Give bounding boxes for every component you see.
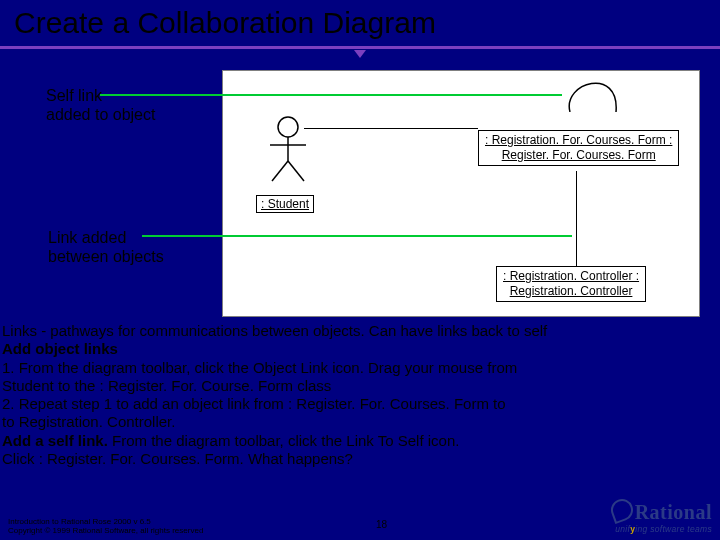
link-student-to-form xyxy=(304,128,478,153)
slide-title: Create a Collaboration Diagram xyxy=(14,6,436,40)
callout-self-link: Self link added to object xyxy=(46,86,155,124)
brand-mark-icon xyxy=(608,496,636,524)
brand-text: Rational xyxy=(635,501,712,523)
footer-line2: Copyright © 1999 Rational Software, all … xyxy=(8,526,203,536)
callout-line-2 xyxy=(142,235,572,237)
link-form-to-controller xyxy=(576,171,577,266)
step-1b: Student to the : Register. For. Course. … xyxy=(2,377,718,395)
registration-form-line2: Register. For. Courses. Form xyxy=(502,148,656,162)
click-line: Click : Register. For. Courses. Form. Wh… xyxy=(2,450,718,468)
add-self-heading: Add a self link. xyxy=(2,432,108,449)
tagline-post: ing software teams xyxy=(635,524,712,534)
footer-left: Introduction to Rational Rose 2000 v 6.5… xyxy=(8,517,203,536)
footer-logo: Rational unifying software teams xyxy=(611,499,712,534)
body-text: Links - pathways for communications betw… xyxy=(0,322,720,468)
step-2b: to Registration. Controller. xyxy=(2,413,718,431)
add-self-rest: From the diagram toolbar, click the Link… xyxy=(108,432,460,449)
title-arrow-icon xyxy=(354,50,366,58)
brand-name: Rational xyxy=(611,499,712,524)
add-self-line: Add a self link. From the diagram toolba… xyxy=(2,432,718,450)
brand-tagline: unifying software teams xyxy=(611,524,712,534)
registration-controller-line2: Registration. Controller xyxy=(510,284,633,298)
footer-page-number: 18 xyxy=(376,519,387,530)
svg-point-0 xyxy=(278,117,298,137)
self-link-loop xyxy=(560,72,632,112)
footer-line1: Introduction to Rational Rose 2000 v 6.5 xyxy=(8,517,203,527)
step-1a: 1. From the diagram toolbar, click the O… xyxy=(2,359,718,377)
svg-line-4 xyxy=(288,161,304,181)
registration-form-object: : Registration. For. Courses. Form : Reg… xyxy=(478,130,679,166)
title-underline xyxy=(0,46,720,49)
links-description: Links - pathways for communications betw… xyxy=(2,322,718,340)
student-label-text: : Student xyxy=(261,197,309,211)
add-object-heading: Add object links xyxy=(2,340,718,358)
student-label: : Student xyxy=(256,195,314,213)
registration-controller-object: : Registration. Controller : Registratio… xyxy=(496,266,646,302)
callout-link-added: Link added between objects xyxy=(48,228,164,266)
callout-line-1 xyxy=(100,94,562,96)
tagline-pre: unif xyxy=(615,524,630,534)
step-2a: 2. Repeat step 1 to add an object link f… xyxy=(2,395,718,413)
registration-form-line1: : Registration. For. Courses. Form : xyxy=(485,133,672,147)
svg-line-3 xyxy=(272,161,288,181)
slide: Create a Collaboration Diagram : Student… xyxy=(0,0,720,540)
registration-controller-line1: : Registration. Controller : xyxy=(503,269,639,283)
